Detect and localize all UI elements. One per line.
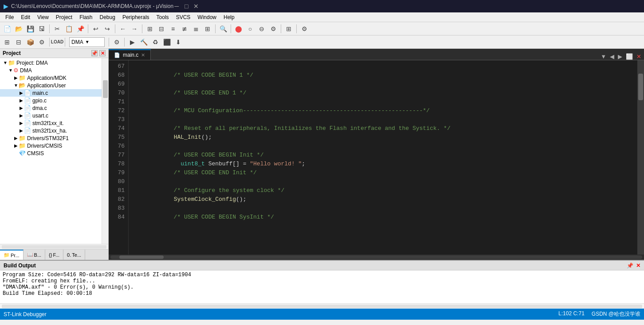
tab-close-panel[interactable]: ✕ <box>636 53 642 60</box>
editor-vscrollbar[interactable] <box>637 60 644 255</box>
editor-tab-close[interactable]: ✕ <box>141 52 145 58</box>
open-button[interactable]: 📂 <box>13 23 24 34</box>
menu-project[interactable]: Project <box>52 13 76 21</box>
tb-view-1[interactable]: ⊞ <box>283 23 294 34</box>
menu-edit[interactable]: Edit <box>17 13 34 21</box>
tb2-load-btn[interactable]: LOAD <box>52 37 63 47</box>
tb-btn-5[interactable]: ≣ <box>191 23 201 34</box>
tb2-btn1[interactable]: ⊞ <box>2 37 12 47</box>
tb2-btn4[interactable]: ⚙ <box>36 37 47 47</box>
tb-settings-button[interactable]: ⚙ <box>299 23 310 34</box>
editor-hscroll[interactable] <box>109 255 644 260</box>
tree-drivers-cmsis[interactable]: ▶ 📁 Drivers/CMSIS <box>0 142 102 149</box>
menu-debug[interactable]: Debug <box>96 13 119 21</box>
tb-debug-3[interactable]: ⊖ <box>256 23 267 34</box>
target-dropdown[interactable]: DMA ▼ <box>69 37 105 47</box>
menu-file[interactable]: File <box>2 13 17 21</box>
paste-button[interactable]: 📌 <box>75 23 86 34</box>
tab-templates[interactable]: 0. Te... <box>63 250 85 260</box>
build-output-pin[interactable]: 📌 <box>627 262 633 269</box>
build-hscroll[interactable] <box>0 303 644 309</box>
menu-help[interactable]: Help <box>220 13 238 21</box>
tb2-build[interactable]: 🔨 <box>138 37 149 47</box>
build-output-close[interactable]: ✕ <box>636 262 640 269</box>
tb2-btn3[interactable]: 📦 <box>25 37 35 47</box>
tb2-compile[interactable]: ▶ <box>127 37 137 47</box>
project-hscroll[interactable] <box>0 244 108 249</box>
expand-dmac[interactable]: ▶ <box>19 106 24 110</box>
expand-usartc[interactable]: ▶ <box>19 113 24 118</box>
maximize-button[interactable]: □ <box>183 3 189 9</box>
cut-button[interactable]: ✂ <box>52 23 63 34</box>
expand-dma[interactable]: ▼ <box>8 68 13 73</box>
expand-gpioc[interactable]: ▶ <box>19 98 24 103</box>
expand-drivers-cmsis[interactable]: ▶ <box>13 143 19 148</box>
menu-svcs[interactable]: SVCS <box>173 13 194 21</box>
tb-btn-6[interactable]: ⊞ <box>202 23 213 34</box>
editor-tab-mainc[interactable]: 📄 main.c ✕ <box>109 49 151 60</box>
expand-stm32it[interactable]: ▶ <box>19 121 24 125</box>
tb2-stop[interactable]: ⬛ <box>161 37 172 47</box>
new-file-button[interactable]: 📄 <box>2 23 12 34</box>
tb-debug-2[interactable]: ○ <box>245 23 255 34</box>
tree-app-mdk[interactable]: ▶ 📁 Application/MDK <box>0 74 102 82</box>
tab-project[interactable]: 📁 Pr... <box>0 250 24 260</box>
save-button[interactable]: 💾 <box>25 23 35 34</box>
tree-drivers-stm32[interactable]: ▶ 📁 Drivers/STM32F1 <box>0 134 102 142</box>
expand-appuser[interactable]: ▼ <box>13 83 19 88</box>
tree-project-dma[interactable]: ▼ 📁 Project: DMA <box>0 59 102 67</box>
editor-vscroll-thumb[interactable] <box>638 74 643 100</box>
undo-button[interactable]: ↩ <box>90 23 101 34</box>
tab-functions[interactable]: {} F... <box>45 250 63 260</box>
tree-app-user[interactable]: ▼ 📂 Application/User <box>0 82 102 89</box>
tb2-settings2[interactable]: ⚙ <box>111 37 122 47</box>
tree-file-usartc[interactable]: ▶ 📄 usart.c <box>0 112 102 119</box>
expand-mainc[interactable]: ▶ <box>19 90 24 95</box>
tb-find-button[interactable]: 🔍 <box>218 23 228 34</box>
project-scrollbar[interactable] <box>102 58 108 244</box>
tab-scroll-right[interactable]: ▶ <box>617 53 623 60</box>
copy-button[interactable]: 📋 <box>63 23 74 34</box>
menu-window[interactable]: Window <box>194 13 220 21</box>
tree-file-gpioc[interactable]: ▶ 📄 gpio.c <box>0 97 102 104</box>
tb-btn-4[interactable]: ≢ <box>179 23 190 34</box>
tb-btn-2[interactable]: ⊟ <box>156 23 167 34</box>
tb-debug-4[interactable]: ⚙ <box>268 23 279 34</box>
tb-debug-1[interactable]: ⬤ <box>233 23 244 34</box>
editor-hscroll-thumb[interactable] <box>119 255 164 259</box>
minimize-button[interactable]: ─ <box>173 3 180 9</box>
build-output-content[interactable]: Program Size: Code=5416 RO-data=292 RW-d… <box>0 270 644 303</box>
tree-cmsis[interactable]: 💎 CMSIS <box>0 149 102 157</box>
expand-stm32ha[interactable]: ▶ <box>19 128 24 133</box>
tree-file-stm32it[interactable]: ▶ 📄 stm32f1xx_it. <box>0 119 102 127</box>
menu-peripherals[interactable]: Peripherals <box>119 13 153 21</box>
tab-menu-button[interactable]: ▼ <box>600 53 607 60</box>
tab-books[interactable]: 📖 B... <box>24 250 46 260</box>
tree-file-dmac[interactable]: ▶ 📄 dma.c <box>0 104 102 112</box>
menu-tools[interactable]: Tools <box>153 13 173 21</box>
save-all-button[interactable]: 🖫 <box>36 23 47 34</box>
tab-scroll-left[interactable]: ◀ <box>609 53 615 60</box>
tree-file-stm32ha[interactable]: ▶ 📄 stm32f1xx_ha. <box>0 127 102 134</box>
panel-close-button[interactable]: ✕ <box>99 50 106 56</box>
expand-drivers-stm32[interactable]: ▶ <box>13 136 19 141</box>
menu-flash[interactable]: Flash <box>76 13 96 21</box>
nav-back-button[interactable]: ← <box>118 23 128 34</box>
tb-btn-1[interactable]: ⊞ <box>145 23 155 34</box>
tree-group-dma[interactable]: ▼ ⚙ DMA <box>0 67 102 74</box>
close-button[interactable]: ✕ <box>193 3 199 9</box>
code-content[interactable]: /* USER CODE BEGIN 1 */ /* USER CODE END… <box>129 60 637 255</box>
expand-project[interactable]: ▼ <box>3 60 8 65</box>
tb2-btn2[interactable]: ⊟ <box>13 37 24 47</box>
menu-view[interactable]: View <box>34 13 52 21</box>
redo-button[interactable]: ↪ <box>102 23 113 34</box>
tb2-down[interactable]: ⬇ <box>173 37 184 47</box>
tb-btn-3[interactable]: ≡ <box>168 23 178 34</box>
project-scroll-thumb[interactable] <box>103 80 108 98</box>
nav-fwd-button[interactable]: → <box>129 23 140 34</box>
tree-file-mainc[interactable]: ▶ 📄 main.c <box>0 89 102 97</box>
tb2-rebuild[interactable]: ♻ <box>150 37 161 47</box>
tab-fullscreen[interactable]: ⬜ <box>625 53 634 60</box>
panel-pin-button[interactable]: 📌 <box>91 50 98 56</box>
expand-appmdk[interactable]: ▶ <box>13 75 19 80</box>
